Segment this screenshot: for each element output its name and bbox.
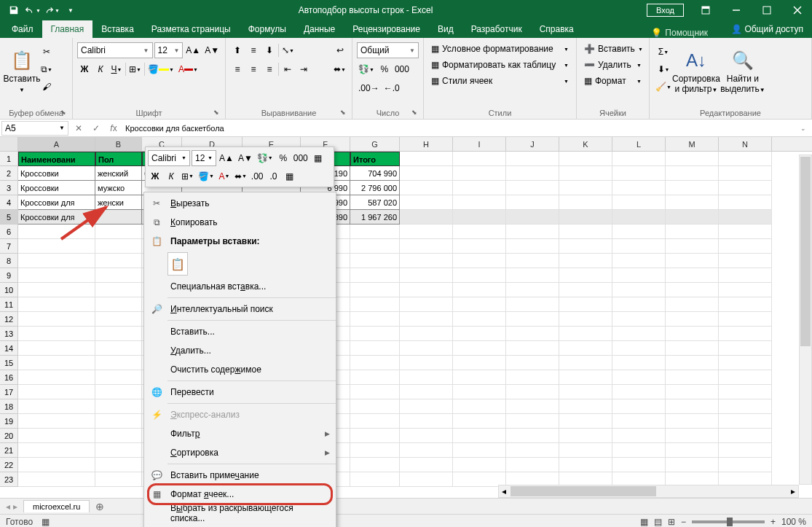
row-header[interactable]: 14	[0, 341, 18, 356]
cell[interactable]	[506, 327, 559, 341]
cell[interactable]	[559, 268, 612, 283]
cell[interactable]	[18, 297, 95, 312]
cell[interactable]	[18, 472, 95, 487]
cell[interactable]	[400, 166, 453, 181]
row-header[interactable]: 11	[0, 297, 18, 312]
cell[interactable]	[612, 181, 666, 195]
zoom-slider[interactable]	[692, 520, 765, 523]
cell[interactable]	[506, 195, 559, 210]
row-header[interactable]: 20	[0, 429, 18, 443]
find-select-button[interactable]: 🔍 Найти и выделить▼	[720, 41, 766, 102]
cell[interactable]	[350, 283, 400, 297]
mini-italic[interactable]: К	[164, 168, 178, 184]
cell[interactable]	[453, 327, 506, 341]
undo-button[interactable]: ▼	[25, 2, 41, 18]
sort-filter-button[interactable]: A↓ Сортировка и фильтр▼	[673, 41, 720, 102]
cell[interactable]	[666, 152, 719, 166]
cell[interactable]	[95, 414, 142, 429]
tab-help[interactable]: Справка	[531, 20, 583, 38]
cell[interactable]	[350, 341, 400, 356]
cell[interactable]	[453, 356, 506, 370]
cell[interactable]	[719, 429, 772, 443]
cell[interactable]: 587 020	[350, 195, 400, 210]
ctx-filter[interactable]: Фильтр▶	[144, 424, 336, 443]
number-launcher[interactable]: ⬊	[411, 109, 420, 117]
minimize-button[interactable]	[722, 0, 751, 20]
ctx-paste-special[interactable]: Специальная вставка...	[144, 277, 336, 296]
align-bottom-button[interactable]: ⬇	[262, 42, 277, 58]
cell[interactable]	[506, 356, 559, 370]
cell[interactable]	[559, 297, 612, 312]
cell[interactable]	[506, 443, 559, 458]
tell-me-input[interactable]: Помощник	[665, 28, 708, 38]
cell[interactable]	[559, 254, 612, 268]
cell[interactable]	[612, 399, 666, 414]
cell[interactable]	[95, 210, 142, 225]
row-header[interactable]: 19	[0, 414, 18, 429]
cell[interactable]	[350, 370, 400, 385]
formula-input[interactable]	[122, 120, 795, 136]
mini-bold[interactable]: Ж	[148, 168, 162, 184]
row-header[interactable]: 16	[0, 370, 18, 385]
cell[interactable]	[719, 152, 772, 166]
tab-formulas[interactable]: Формулы	[240, 20, 295, 38]
cell[interactable]	[400, 152, 453, 166]
cell[interactable]	[612, 370, 666, 385]
cell[interactable]	[453, 414, 506, 429]
cell[interactable]	[350, 399, 400, 414]
new-sheet-button[interactable]: ⊕	[90, 501, 110, 512]
row-header[interactable]: 15	[0, 356, 18, 370]
mini-size-combo[interactable]: 12▼	[192, 150, 216, 166]
cell[interactable]	[400, 472, 453, 487]
cell[interactable]	[506, 429, 559, 443]
row-header[interactable]: 17	[0, 385, 18, 399]
row-header[interactable]: 21	[0, 443, 18, 458]
cell[interactable]: женски	[95, 195, 142, 210]
cell[interactable]	[400, 312, 453, 327]
mini-currency[interactable]: 💱▼	[256, 150, 275, 166]
tab-layout[interactable]: Разметка страницы	[143, 20, 240, 38]
format-table-button[interactable]: ▦Форматировать как таблицу▼	[428, 57, 572, 73]
mini-comma[interactable]: 000	[292, 150, 310, 166]
cell[interactable]	[719, 181, 772, 195]
zoom-level[interactable]: 100 %	[781, 517, 806, 527]
cell[interactable]: Кроссовки для	[18, 210, 95, 225]
cell[interactable]	[666, 239, 719, 254]
cell[interactable]	[453, 225, 506, 239]
font-launcher[interactable]: ⬊	[213, 109, 222, 117]
cell[interactable]	[506, 370, 559, 385]
zoom-out-button[interactable]: −	[681, 517, 686, 527]
cell[interactable]	[559, 225, 612, 239]
cell[interactable]	[18, 429, 95, 443]
font-color-button[interactable]: A▼	[177, 61, 200, 77]
cell[interactable]	[612, 356, 666, 370]
increase-decimal-button[interactable]: .00→	[357, 80, 381, 96]
cell[interactable]	[453, 268, 506, 283]
qat-customize-icon[interactable]: ▼	[63, 2, 79, 18]
mini-font-combo[interactable]: Calibri▼	[148, 150, 190, 166]
maximize-button[interactable]	[752, 0, 781, 20]
cell[interactable]	[559, 429, 612, 443]
cell[interactable]	[350, 414, 400, 429]
mini-merge[interactable]: ⬌▼	[233, 168, 248, 184]
cell[interactable]	[18, 239, 95, 254]
cell[interactable]	[400, 210, 453, 225]
cell[interactable]	[95, 472, 142, 487]
cell[interactable]	[95, 429, 142, 443]
mini-grow-font[interactable]: A▲	[218, 150, 235, 166]
tab-review[interactable]: Рецензирование	[344, 20, 429, 38]
cell[interactable]	[719, 268, 772, 283]
cell[interactable]	[666, 458, 719, 472]
mini-format-painter[interactable]: ▦	[311, 150, 326, 166]
fill-button[interactable]: ⬇▼	[654, 61, 673, 77]
cell[interactable]	[350, 472, 400, 487]
align-middle-button[interactable]: ≡	[246, 42, 261, 58]
col-header[interactable]: K	[559, 137, 612, 151]
cell[interactable]	[506, 239, 559, 254]
cell[interactable]	[719, 239, 772, 254]
cell[interactable]	[350, 268, 400, 283]
underline-button[interactable]: Ч▼	[109, 61, 124, 77]
cell[interactable]	[95, 268, 142, 283]
cell[interactable]	[612, 195, 666, 210]
horizontal-scrollbar[interactable]: ◂▸	[498, 485, 799, 498]
